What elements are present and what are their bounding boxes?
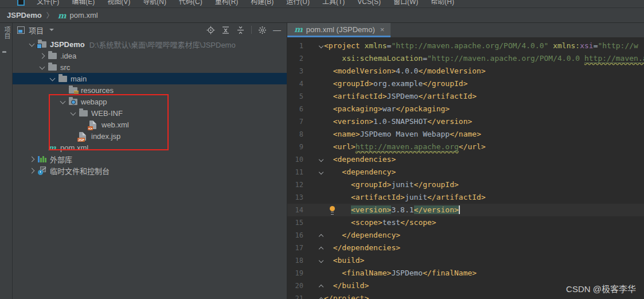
fold-marker-icon[interactable]	[303, 153, 324, 166]
app-icon[interactable]	[17, 0, 25, 6]
menu-item[interactable]: 代码(C)	[173, 0, 209, 7]
line-number: 5	[287, 90, 303, 103]
fold-marker-icon[interactable]	[303, 40, 324, 52]
line-number: 6	[287, 103, 303, 115]
code-line-13[interactable]: 13 <artifactId>junit</artifactId>	[287, 191, 644, 204]
chevron-down-icon[interactable]	[49, 29, 54, 31]
fold-gutter	[303, 90, 324, 103]
tree-chevron-icon[interactable]	[57, 96, 69, 107]
tree-row-index.jsp[interactable]: JSPindex.jsp	[13, 130, 287, 142]
code-editor[interactable]: 1<project xmlns="http://maven.apache.org…	[287, 37, 644, 299]
code-line-9[interactable]: 9 <url>http://maven.apache.org</url>	[287, 141, 644, 153]
tree-label: web.xml	[102, 121, 129, 129]
close-tab-icon[interactable]: ×	[378, 25, 387, 34]
code-line-7[interactable]: 7 <version>1.0-SNAPSHOT</version>	[287, 115, 644, 128]
fold-marker-icon[interactable]	[303, 166, 324, 178]
code-line-16[interactable]: 16 </dependency>	[287, 229, 644, 242]
menu-item[interactable]: 重构(R)	[209, 0, 245, 7]
tree-label: 外部库	[50, 154, 72, 165]
code-line-8[interactable]: 8 <name>JSPDemo Maven Webapp</name>	[287, 128, 644, 141]
editor-tab-pom[interactable]: m pom.xml (JSPDemo) ×	[287, 23, 391, 37]
tree-row-web.xml[interactable]: <>web.xml	[13, 119, 287, 130]
settings-gear-icon[interactable]	[258, 26, 267, 34]
code-line-2[interactable]: 2 xsi:schemaLocation="http://maven.apach…	[287, 52, 644, 65]
fold-gutter	[303, 267, 324, 279]
tree-row-src[interactable]: src	[13, 61, 287, 73]
breadcrumb-file[interactable]: pom.xml	[70, 11, 98, 20]
fold-marker-icon[interactable]	[303, 242, 324, 254]
tree-chevron-icon[interactable]	[26, 153, 38, 165]
code-line-3[interactable]: 3 <modelVersion>4.0.0</modelVersion>	[287, 65, 644, 77]
menu-item[interactable]: 编辑(E)	[65, 0, 101, 7]
project-panel-title[interactable]: 项目	[29, 25, 44, 36]
fold-marker-icon[interactable]	[303, 229, 324, 242]
menu-item[interactable]: 运行(U)	[280, 0, 316, 7]
menu-item[interactable]: 导航(N)	[136, 0, 173, 7]
menu-item[interactable]: VCS(S)	[351, 0, 387, 7]
tree-chevron-icon[interactable]	[26, 38, 38, 50]
tree-chevron-icon[interactable]	[37, 50, 48, 61]
code-line-11[interactable]: 11 <dependency>	[287, 166, 644, 178]
code-line-4[interactable]: 4 <groupId>org.example</groupId>	[287, 77, 644, 90]
fold-marker-icon[interactable]	[303, 254, 324, 267]
code-line-12[interactable]: 12 <groupId>junit</groupId>	[287, 178, 644, 191]
breadcrumb-project[interactable]: JSPDemo	[7, 11, 42, 20]
code-line-14[interactable]: 14 <version>3.8.1</version>	[287, 204, 644, 216]
code-line-1[interactable]: 1<project xmlns="http://maven.apache.org…	[287, 40, 644, 52]
code-text: <name>JSPDemo Maven Webapp</name>	[324, 128, 644, 141]
code-text: <project xmlns="http://maven.apache.org/…	[324, 40, 644, 52]
fold-marker-icon[interactable]	[303, 279, 324, 292]
fold-gutter	[303, 204, 324, 216]
expand-all-icon[interactable]	[221, 26, 230, 34]
menu-item[interactable]: 视图(V)	[101, 0, 136, 7]
code-text: <artifactId>junit</artifactId>	[324, 191, 644, 204]
tree-row-[interactable]: 临时文件和控制台	[13, 165, 287, 176]
fold-gutter	[303, 52, 324, 65]
tree-row-pom.xml[interactable]: mpom.xml	[13, 142, 287, 153]
tree-row-JSPDemo[interactable]: JSPDemoD:\系统默认\桌面\哔哩哔哩素材库\JSPDemo	[13, 38, 287, 50]
code-text: </dependency>	[324, 229, 644, 242]
hide-panel-icon[interactable]: —	[273, 27, 281, 33]
tree-row-.idea[interactable]: .idea	[13, 50, 287, 61]
menu-item[interactable]: 窗口(W)	[387, 0, 424, 7]
fold-gutter	[303, 216, 324, 229]
code-line-15[interactable]: 15 <scope>test</scope>	[287, 216, 644, 229]
line-number: 20	[287, 279, 303, 292]
code-text: <groupId>org.example</groupId>	[324, 77, 644, 90]
menu-item[interactable]: 帮助(H)	[424, 0, 460, 7]
line-number: 1	[287, 40, 303, 52]
tree-row-webapp[interactable]: webapp	[13, 96, 287, 107]
locate-file-icon[interactable]	[206, 26, 215, 34]
tree-row-resources[interactable]: resources	[13, 84, 287, 96]
webapp-folder-icon	[69, 99, 80, 105]
project-path: D:\系统默认\桌面\哔哩哔哩素材库\JSPDemo	[89, 39, 236, 50]
menu-item[interactable]: 文件(F)	[30, 0, 65, 7]
code-line-18[interactable]: 18 <build>	[287, 254, 644, 267]
tree-chevron-icon[interactable]	[68, 107, 79, 119]
tree-row-WEB-INF[interactable]: WEB-INF	[13, 107, 287, 119]
fold-marker-icon[interactable]	[303, 292, 324, 299]
tree-chevron-icon[interactable]	[26, 165, 38, 176]
project-stripe-button[interactable]: 项目	[2, 26, 11, 39]
code-line-6[interactable]: 6 <packaging>war</packaging>	[287, 103, 644, 115]
menu-item[interactable]: 构建(B)	[244, 0, 280, 7]
code-line-17[interactable]: 17 </dependencies>	[287, 242, 644, 254]
code-line-10[interactable]: 10 <dependencies>	[287, 153, 644, 166]
intention-bulb-icon[interactable]	[330, 206, 335, 211]
tool-window-stripe: 项目	[0, 23, 13, 299]
project-view-icon	[17, 26, 25, 34]
collapse-all-icon[interactable]	[236, 26, 245, 34]
code-line-5[interactable]: 5 <artifactId>JSPDemo</artifactId>	[287, 90, 644, 103]
fold-gutter	[303, 191, 324, 204]
tree-row-[interactable]: 外部库	[13, 153, 287, 165]
scratches-icon	[38, 166, 49, 174]
tree-chevron-icon[interactable]	[47, 73, 58, 84]
tree-row-main[interactable]: main	[13, 73, 287, 84]
menu-item[interactable]: 工具(T)	[316, 0, 351, 7]
line-number: 8	[287, 128, 303, 141]
line-number: 17	[287, 242, 303, 254]
code-line-19[interactable]: 19 <finalName>JSPDemo</finalName>	[287, 267, 644, 279]
project-panel: 项目 —	[13, 23, 287, 299]
editor-area: m pom.xml (JSPDemo) × 1<project xmlns="h…	[287, 23, 644, 299]
tree-chevron-icon[interactable]	[37, 61, 48, 73]
